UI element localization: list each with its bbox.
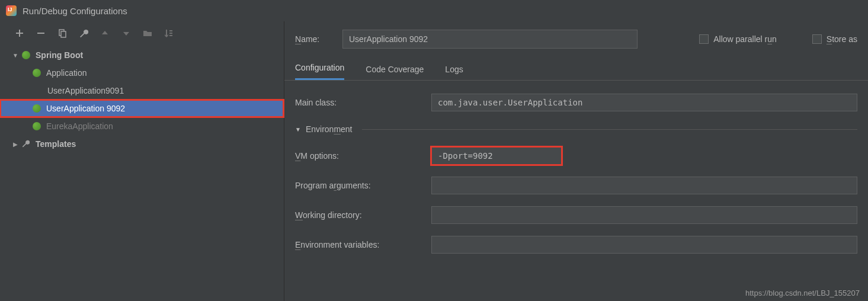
tree-item-label: EurekaApplication [46,121,113,131]
chevron-right-icon: ▶ [11,141,20,148]
tabbar: Configuration Code Coverage Logs [284,55,868,81]
tree-item-label: UserApplication 9092 [46,104,125,113]
tab-configuration[interactable]: Configuration [295,63,344,80]
springboot-icon [32,104,41,113]
tree-item-label: UserApplication9091 [47,86,124,95]
env-vars-row: Environment variables: [284,230,868,260]
tree-item-label: Application [46,68,87,78]
program-args-row: Program arguments: [284,171,868,200]
tree-item-application[interactable]: Application [0,64,284,82]
config-fields: Main class: ▼ Environment VM options: Pr… [284,81,868,260]
name-label: Name: [295,34,333,44]
wrench-icon [21,139,31,149]
vm-options-label: VM options: [295,151,431,161]
name-row: Name: Allow parallel run Store as [284,24,868,55]
main-class-row: Main class: [284,88,868,117]
tree-node-templates[interactable]: ▶ Templates [0,135,284,153]
tree-item-userapp9091[interactable]: UserApplication9091 [0,82,284,100]
springboot-icon [32,121,41,131]
store-as-label: Store as [827,34,857,44]
copy-icon[interactable] [56,27,69,40]
vm-options-input[interactable] [431,147,562,165]
watermark: https://blog.csdn.net/LBJ_155207 [745,289,860,297]
add-icon[interactable] [13,27,26,40]
folder-move-icon[interactable] [141,27,154,40]
env-vars-label: Environment variables: [295,240,431,249]
down-icon[interactable] [120,27,133,40]
working-dir-input[interactable] [431,206,857,224]
tree-toolbar [0,21,284,45]
program-args-input[interactable] [431,177,857,194]
environment-section-header[interactable]: ▼ Environment [284,117,868,141]
checkbox-icon[interactable] [699,34,709,44]
sort-alpha-icon[interactable] [162,27,175,40]
tree-node-label: Spring Boot [36,50,83,60]
svg-rect-4 [61,31,66,37]
program-args-label: Program arguments: [295,181,431,190]
checkbox-icon[interactable] [812,34,822,44]
main-class-label: Main class: [295,98,431,107]
tree-node-label: Templates [36,139,76,149]
allow-parallel-checkbox[interactable]: Allow parallel run [699,34,777,44]
remove-icon[interactable] [34,27,47,40]
allow-parallel-label: Allow parallel run [713,34,777,44]
tab-logs[interactable]: Logs [445,65,463,80]
tree-node-springboot[interactable]: ▼ Spring Boot [0,46,284,64]
vm-options-row: VM options: [284,141,868,171]
wrench-icon[interactable] [77,27,90,40]
store-as-checkbox[interactable]: Store as [812,34,857,44]
svg-rect-2 [37,33,44,34]
environment-label: Environment [306,124,353,134]
svg-rect-1 [16,33,23,34]
window-title: Run/Debug Configurations [23,6,127,16]
up-icon[interactable] [98,27,111,40]
main-class-input[interactable] [431,94,857,111]
name-input[interactable] [342,30,638,49]
tab-code-coverage[interactable]: Code Coverage [366,65,424,80]
chevron-down-icon: ▼ [295,126,301,133]
env-vars-input[interactable] [431,236,857,254]
tree-item-userapp9092[interactable]: UserApplication 9092 [0,100,284,117]
app-logo [6,5,17,16]
springboot-icon [32,68,41,78]
working-dir-row: Working directory: [284,200,868,230]
springboot-icon [21,50,31,60]
titlebar: Run/Debug Configurations [0,0,868,21]
divider [362,129,857,130]
config-tree: ▼ Spring Boot Application UserApplicatio… [0,45,284,301]
chevron-down-icon: ▼ [11,52,20,59]
config-panel: Name: Allow parallel run Store as Config… [284,21,868,301]
working-dir-label: Working directory: [295,210,431,220]
sidebar: ▼ Spring Boot Application UserApplicatio… [0,21,284,301]
tree-item-eureka[interactable]: EurekaApplication [0,117,284,135]
